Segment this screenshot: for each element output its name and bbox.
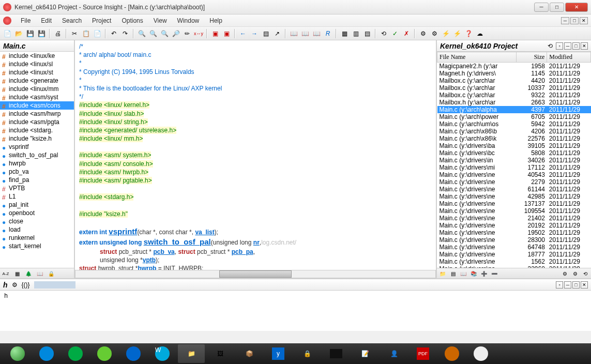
symbol-item[interactable]: ●hwrpb xyxy=(0,159,74,168)
task-10[interactable]: 🔒 xyxy=(294,344,321,363)
table-row[interactable]: Mailbox.c (y:\arch\ar44202011/11/29 xyxy=(437,77,591,84)
task-11[interactable] xyxy=(323,344,350,363)
table-row[interactable]: Main.c (y:\drivers\ne283002011/11/29 xyxy=(437,236,591,244)
symbol-list[interactable]: #include <linux/ke#include <linux/sl#inc… xyxy=(0,52,74,268)
close-button[interactable]: ✕ xyxy=(565,3,588,12)
context-braces-icon[interactable]: {()} xyxy=(22,281,30,289)
refresh-icon[interactable]: ⟲ xyxy=(581,269,590,278)
nav-back-icon[interactable]: ← xyxy=(238,28,248,39)
table-row[interactable]: Magnet.h (y:\drivers\11452011/11/29 xyxy=(437,70,591,77)
table-row[interactable]: Main.c (y:\drivers\ne405432011/11/29 xyxy=(437,171,591,178)
symbol-item[interactable]: ●load xyxy=(0,225,74,234)
table-row[interactable]: Main.c (y:\drivers\ne195022011/11/29 xyxy=(437,229,591,236)
gear-icon[interactable]: ⚙ xyxy=(560,269,569,278)
task-5[interactable]: W xyxy=(149,344,176,363)
findprev-icon[interactable]: 🔍 xyxy=(159,28,170,39)
table-row[interactable]: Magicpanelr2.h (y:\ar19582011/11/29 xyxy=(437,63,591,70)
col-size[interactable]: Size xyxy=(516,52,547,63)
symbol-item[interactable]: ●find_pa xyxy=(0,176,74,184)
new-icon[interactable]: 📄 xyxy=(2,28,12,39)
check-icon[interactable]: ✓ xyxy=(390,28,400,39)
table-row[interactable]: Main.c (y:\drivers\ne22792011/11/29 xyxy=(437,178,591,186)
symbol-item[interactable]: ●runkernel xyxy=(0,234,74,242)
menu-file[interactable]: File xyxy=(16,16,36,25)
menu-options[interactable]: Options xyxy=(116,16,148,25)
panel-close-icon[interactable]: ✕ xyxy=(581,42,588,50)
ctx-min-icon[interactable]: ▫ xyxy=(556,281,563,289)
nav-list-icon[interactable]: ▤ xyxy=(261,28,271,39)
books-icon[interactable]: 📚 xyxy=(469,269,478,278)
tool2-icon[interactable]: ⚙ xyxy=(429,28,440,39)
folder-icon[interactable]: 📁 xyxy=(438,269,447,278)
task-4[interactable] xyxy=(120,344,147,363)
cross-icon[interactable]: ✗ xyxy=(401,28,412,39)
symbol-item[interactable]: #include <stdarg. xyxy=(0,126,74,134)
ctx-min2-icon[interactable]: ─ xyxy=(564,281,571,289)
table-row[interactable]: Main.c (y:\arch\um\os59422011/11/29 xyxy=(437,120,591,128)
symbol-item[interactable]: #include <asm/pgta xyxy=(0,118,74,126)
maximize-button[interactable]: □ xyxy=(550,3,564,12)
tool4-icon[interactable]: ⚡ xyxy=(452,28,462,39)
table-row[interactable]: Main.c (y:\drivers\ne15622011/11/29 xyxy=(437,258,591,265)
panel-min2-icon[interactable]: ─ xyxy=(564,42,571,50)
table-row[interactable]: Main.c (y:\drivers\mi171122011/11/29 xyxy=(437,164,591,171)
minus-icon[interactable]: ➖ xyxy=(490,269,499,278)
file-table[interactable]: File Name Size Modified Magicpanelr2.h (… xyxy=(437,52,591,268)
redo-icon[interactable]: ↷ xyxy=(120,28,130,39)
col-modified[interactable]: Modified xyxy=(547,52,591,63)
table-row[interactable]: Main.c (y:\drivers\ne201922011/11/29 xyxy=(437,222,591,229)
symbol-item[interactable]: ●openboot xyxy=(0,209,74,217)
tool1-icon[interactable]: ⚙ xyxy=(418,28,428,39)
symbol-item[interactable]: #include <generate xyxy=(0,77,74,85)
task-15[interactable] xyxy=(438,344,465,363)
menu-view[interactable]: View xyxy=(148,16,172,25)
ctx-close-icon[interactable]: ✕ xyxy=(581,281,588,289)
plus-icon[interactable]: ➕ xyxy=(479,269,489,278)
xy-icon[interactable]: x↔y xyxy=(193,28,204,39)
task-3[interactable] xyxy=(91,344,118,363)
save-icon[interactable]: 💾 xyxy=(25,28,35,39)
start-button[interactable] xyxy=(4,344,31,363)
sort-az-icon[interactable]: A-Z xyxy=(1,269,10,278)
table-row[interactable]: Mailbox.h (y:\arch\ar26632011/11/29 xyxy=(437,99,591,106)
symbol-item[interactable]: #include <asm/syst xyxy=(0,93,74,101)
table-row[interactable]: Main.c (y:\arch\power67052011/11/29 xyxy=(437,113,591,120)
symbol-item[interactable]: #include <linux/ke xyxy=(0,52,74,60)
tree-icon[interactable]: 🌲 xyxy=(24,269,33,278)
symbol-item[interactable]: #include <linux/st xyxy=(0,68,74,77)
table-row[interactable]: Main.c (y:\drivers\ne187772011/11/29 xyxy=(437,251,591,258)
book3-icon[interactable]: 📖 xyxy=(311,28,322,39)
replace-icon[interactable]: ✏ xyxy=(182,28,192,39)
book1-icon[interactable]: 📖 xyxy=(289,28,299,39)
menu-edit[interactable]: Edit xyxy=(36,16,57,25)
symbol-item[interactable]: #L1 xyxy=(0,192,74,201)
mdi-minimize[interactable]: ─ xyxy=(561,17,569,24)
table-row[interactable]: Main.c (y:\drivers\ne1095542011/11/29 xyxy=(437,207,591,215)
table-row[interactable]: Main.c (y:\drivers\ne1371372011/11/29 xyxy=(437,200,591,207)
ctx-max-icon[interactable]: □ xyxy=(572,281,580,289)
undo-icon[interactable]: ↶ xyxy=(109,28,119,39)
table-row[interactable]: Mailbox.c (y:\arch\ar93222011/11/29 xyxy=(437,92,591,99)
task-16[interactable] xyxy=(467,344,494,363)
symbol-item[interactable]: ●vsprintf xyxy=(0,143,74,151)
table-row[interactable]: Main.c (y:\drivers\bc58082011/11/29 xyxy=(437,149,591,157)
symbol-item[interactable]: ●close xyxy=(0,217,74,225)
menu-help[interactable]: Help xyxy=(204,16,228,25)
sync-icon[interactable]: ⟲ xyxy=(548,42,553,50)
table-row[interactable]: Main.c (y:\arch\alpha43972011/11/29 xyxy=(437,106,591,113)
menu-window[interactable]: Window xyxy=(172,16,205,25)
symbol-item[interactable]: #include <asm/hwrp xyxy=(0,110,74,118)
editor-hscroll[interactable] xyxy=(75,270,436,278)
task-1[interactable] xyxy=(33,344,60,363)
cut-icon[interactable]: ✂ xyxy=(69,28,80,39)
lock-icon[interactable]: 🔒 xyxy=(47,269,56,278)
print-icon[interactable]: 🖨 xyxy=(53,28,63,39)
panel-min-icon[interactable]: ▫ xyxy=(556,42,563,50)
group-icon[interactable]: ▦ xyxy=(12,269,22,278)
mdi-restore[interactable]: □ xyxy=(570,17,579,24)
minimize-button[interactable]: ─ xyxy=(534,3,549,12)
table-row[interactable]: Main.c (y:\drivers\ne647482011/11/29 xyxy=(437,244,591,251)
table-row[interactable]: Main.c (y:\drivers\ne214022011/11/29 xyxy=(437,215,591,222)
relation-icon[interactable]: R xyxy=(323,28,333,39)
open-icon[interactable]: 📂 xyxy=(13,28,24,39)
